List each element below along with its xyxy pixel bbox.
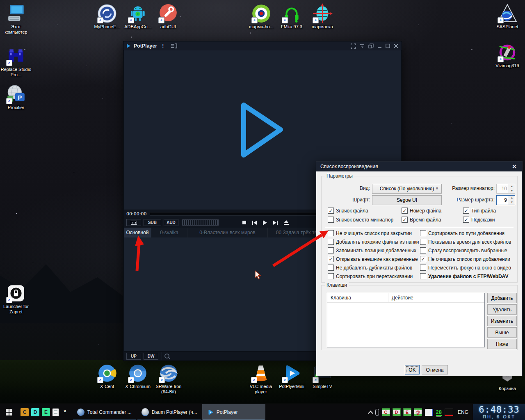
edit-button[interactable]: Изменить: [487, 316, 517, 326]
desktop-icon-sharma-ho[interactable]: шарма-ho...: [245, 3, 277, 30]
checkbox-box[interactable]: [328, 247, 334, 253]
checkbox-открывать-внешние-как-временные[interactable]: ✓Открывать внешние как временные: [328, 256, 418, 262]
checkbox-box[interactable]: ✓: [328, 256, 334, 262]
fullscreen-icon[interactable]: [351, 43, 356, 49]
always-on-top-icon[interactable]: [368, 43, 374, 48]
subtitle-button[interactable]: SUB: [144, 219, 161, 226]
screen-mode-button[interactable]: [126, 219, 141, 226]
keys-table[interactable]: Клавиша Действие: [327, 293, 485, 347]
down-button[interactable]: Ниже: [487, 339, 517, 349]
checkbox-box[interactable]: [420, 239, 426, 245]
checkbox-box[interactable]: ✓: [420, 256, 426, 262]
checkbox-сортировать-по-пути-добавления[interactable]: Сортировать по пути добавления: [420, 230, 504, 236]
taskbar-task-2[interactable]: Daum PotPlayer (ч...: [137, 404, 202, 420]
move-down-button[interactable]: DW: [144, 353, 158, 360]
tray-counter[interactable]: 28: [436, 409, 442, 416]
font-button[interactable]: Segoe UI: [372, 195, 442, 205]
keys-col-action[interactable]: Действие: [388, 293, 481, 302]
playlist-tab-2[interactable]: 0-svalka: [151, 228, 187, 237]
checkbox-box[interactable]: ✓: [463, 217, 469, 223]
next-button[interactable]: [273, 221, 278, 225]
checkbox-box[interactable]: [328, 217, 334, 223]
thumb-size-spinner[interactable]: 10▲▼: [496, 184, 515, 194]
cancel-button[interactable]: Отмена: [422, 365, 448, 374]
view-dropdown[interactable]: Список (По умолчанию)∨: [372, 184, 442, 194]
desktop-icon-x-cent[interactable]: X-Cent: [91, 363, 123, 389]
checkbox-тип-файла[interactable]: ✓Тип файла: [463, 208, 496, 214]
taskbar-clock[interactable]: 6:48:33 ПН, 6 ОКТ: [473, 404, 525, 420]
dialog-close-icon[interactable]: ✕: [511, 163, 518, 170]
quicklaunch-notes-icon[interactable]: [52, 409, 59, 416]
start-button[interactable]: [0, 404, 18, 420]
delete-button[interactable]: Удалить: [487, 304, 517, 315]
quicklaunch-overflow-chevron[interactable]: »: [64, 408, 66, 414]
checkbox-box[interactable]: [420, 230, 426, 236]
taskbar-task-3[interactable]: PotPlayer: [202, 404, 265, 420]
checkbox-добавлять-похожие-файлы-из-папки[interactable]: Добавлять похожие файлы из папки: [328, 239, 419, 245]
checkbox-box[interactable]: [328, 273, 334, 279]
checkbox-удаление-файлов-с-ftp-webdav[interactable]: Удаление файлов с FTP/WebDAV: [420, 273, 508, 279]
potplayer-titlebar[interactable]: PotPlayer !: [123, 41, 402, 51]
notice-icon[interactable]: !: [162, 43, 164, 49]
checkbox-box[interactable]: [328, 230, 334, 236]
tray-flag-at[interactable]: @: [414, 408, 422, 416]
desktop-icon-adbgui[interactable]: adbGUI: [152, 3, 184, 30]
checkbox-не-очищать-список-при-закрытии[interactable]: Не очищать список при закрытии: [328, 230, 412, 236]
language-indicator[interactable]: ENG: [458, 409, 468, 415]
checkbox-время-файла[interactable]: ✓Время файла: [402, 217, 441, 223]
add-button[interactable]: Добавить: [487, 293, 517, 303]
desktop-icon-replace-studio[interactable]: Replace Studio Pro...: [0, 46, 32, 78]
move-up-button[interactable]: UP: [126, 353, 141, 360]
audio-button[interactable]: AUD: [164, 219, 178, 226]
checkbox-box[interactable]: [420, 247, 426, 253]
desktop-icon-this-pc[interactable]: Этот компьютер: [0, 3, 32, 35]
desktop-icon-srware[interactable]: SRWare Iron (64-Bit): [153, 363, 185, 395]
quicklaunch-e[interactable]: E: [42, 408, 50, 416]
quicklaunch-c[interactable]: C: [21, 408, 29, 416]
tray-white-icon[interactable]: [425, 409, 433, 416]
checkbox-номер-файла[interactable]: ✓Номер файла: [402, 208, 441, 214]
open-eject-button[interactable]: [284, 220, 289, 225]
checkbox-box[interactable]: [328, 265, 334, 271]
keys-col-key[interactable]: Клавиша: [327, 293, 388, 302]
ok-button[interactable]: OK: [405, 365, 420, 374]
checkbox-переместить-фокус-на-окно-с-видео[interactable]: Переместить фокус на окно с видео: [420, 265, 511, 271]
playlist-tab-3[interactable]: 0-Властелин всех миров: [187, 228, 268, 237]
desktop-icon-zapret[interactable]: Launcher for Zapret: [0, 283, 32, 315]
desktop-icon-sharmanka[interactable]: шарманка: [306, 3, 338, 30]
desktop-icon-vlc[interactable]: VLC media player: [245, 363, 277, 395]
checkbox-не-добавлять-дубликаты-файлов[interactable]: Не добавлять дубликаты файлов: [328, 265, 412, 271]
up-button[interactable]: Выше: [487, 327, 517, 338]
desktop-icon-proxifier[interactable]: PProxifier: [0, 84, 32, 110]
play-button[interactable]: [263, 220, 267, 225]
desktop-icon-sasplanet[interactable]: SASPlanet: [491, 3, 523, 30]
desktop-icon-adbapp[interactable]: ADBAppCo...: [122, 3, 154, 30]
desktop-icon-x-chromium[interactable]: X-Chromium: [122, 363, 154, 389]
tray-flag-d[interactable]: D: [393, 408, 401, 416]
minimize-icon[interactable]: [377, 43, 382, 48]
desktop-icon-vizimag[interactable]: Vizimag319: [491, 42, 523, 68]
control-panel-icon[interactable]: [360, 43, 365, 48]
tray-expand-icon[interactable]: [368, 411, 373, 416]
checkbox-box[interactable]: ✓: [328, 208, 334, 214]
desktop-icon-fmka[interactable]: FMka 97.3: [276, 3, 308, 30]
checkbox-box[interactable]: [420, 265, 426, 271]
equalizer-strip[interactable]: [182, 219, 219, 226]
taskbar-task-1[interactable]: Total Commander ...: [72, 404, 137, 420]
checkbox-box[interactable]: ✓: [402, 217, 408, 223]
checkbox-box[interactable]: [420, 273, 426, 279]
maximize-icon[interactable]: [386, 43, 390, 48]
checkbox-показывать-время-для-всех-файлов[interactable]: Показывать время для всех файлов: [420, 239, 511, 245]
tray-dark-icon[interactable]: [445, 409, 453, 416]
checkbox-сразу-воспроизводить-выбранные[interactable]: Сразу воспроизводить выбранные: [420, 247, 507, 253]
playlist-toggle-icon[interactable]: [171, 43, 177, 48]
tray-flag-e[interactable]: E: [403, 408, 411, 416]
checkbox-box[interactable]: ✓: [463, 208, 469, 214]
previous-button[interactable]: [252, 221, 257, 225]
checkbox-значок-файла[interactable]: ✓Значок файла: [328, 208, 368, 214]
playlist-tab-1[interactable]: Основной: [124, 228, 151, 237]
checkbox-значок-вместо-миниатюр[interactable]: Значок вместо миниатюр: [328, 217, 393, 223]
checkbox-box[interactable]: ✓: [402, 208, 408, 214]
font-size-spinner[interactable]: 9▲▼: [496, 195, 515, 205]
checkbox-сортировать-при-перетаскивании[interactable]: Сортировать при перетаскивании: [328, 273, 413, 279]
